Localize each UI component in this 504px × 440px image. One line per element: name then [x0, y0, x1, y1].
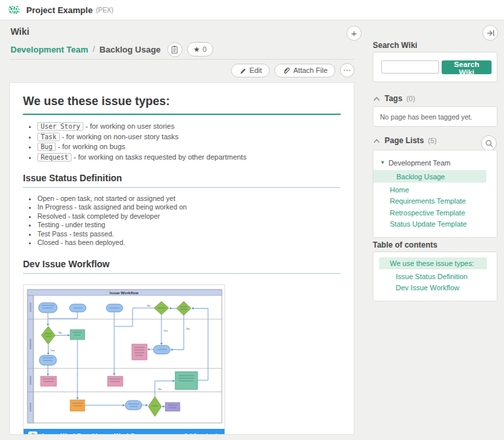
workflow-heading: Dev Issue Workflow [23, 259, 341, 274]
copy-page-button[interactable] [167, 42, 182, 57]
toc-item[interactable]: Dev Issue Workflow [373, 282, 497, 293]
collapse-sidebar-button[interactable] [482, 25, 498, 41]
page-list-item[interactable]: Requirements Template [373, 196, 497, 208]
page-lists-section-header[interactable]: Page Lists (5) [373, 136, 436, 145]
tags-panel: No page has been tagged yet. [373, 106, 497, 127]
toc-item[interactable]: Issue Status Definition [373, 271, 497, 282]
toc-item-active[interactable]: We use these issue types: [379, 257, 487, 269]
star-count: 0 [203, 45, 207, 53]
caret-down-icon: ▼ [380, 160, 385, 165]
page-lists-panel: ▼ Development Team Backlog Usage Home Re… [373, 150, 497, 238]
embed-footer-bar: C Issue Workflow / Issue Workflow 1 / 1 [24, 429, 224, 435]
page-lists-count: (5) [428, 137, 436, 144]
pencil-icon [239, 67, 246, 74]
wiki-search-input[interactable] [381, 60, 439, 74]
next-page-button[interactable] [214, 433, 220, 435]
breadcrumb-separator: / [93, 45, 94, 54]
page-lists-search-button[interactable] [481, 135, 497, 151]
list-item: Testing - under testing [37, 221, 341, 229]
workflow-diagram-embed[interactable]: Issue Workflow [23, 284, 225, 435]
star-button[interactable]: ★ 0 [187, 42, 213, 56]
page-actions: Edit Attach File ⋯ [9, 63, 354, 77]
page-list-item[interactable]: Status Update Template [373, 219, 497, 231]
attach-file-button[interactable]: Attach File [274, 64, 335, 77]
page-list-item[interactable]: Retrospective Template [373, 207, 497, 219]
toc-panel: We use these issue types: Issue Status D… [373, 252, 497, 301]
chevron-up-icon [373, 96, 381, 102]
more-actions-button[interactable]: ⋯ [340, 63, 354, 77]
tags-section-header[interactable]: Tags (0) [373, 94, 415, 103]
app-header: Project Example (PEX) [0, 0, 504, 20]
page-lists-title: Page Lists [385, 136, 424, 145]
edit-button[interactable]: Edit [231, 64, 270, 77]
ellipsis-icon: ⋯ [343, 66, 352, 75]
toc-label: Table of contents [373, 240, 437, 250]
status-list: Open - open task, not started or assigne… [23, 194, 341, 247]
star-icon: ★ [194, 46, 200, 53]
prev-page-button[interactable] [203, 433, 209, 435]
svg-text:Issue Workflow: Issue Workflow [110, 291, 138, 295]
article-title: We use these issue types: [23, 95, 341, 115]
content-divider [9, 59, 354, 60]
list-item: Test Pass - tests passed. [37, 230, 341, 238]
breadcrumb-parent-link[interactable]: Development Team [10, 45, 88, 55]
embed-title-link[interactable]: Issue Workflow / Issue Workflow [42, 433, 180, 435]
issue-type-list: User Story- for working on user stories … [23, 121, 341, 162]
chevron-up-icon [373, 138, 381, 144]
tags-empty-message: No page has been tagged yet. [380, 113, 472, 121]
breadcrumb: Development Team / Backlog Usage ★ 0 [10, 41, 213, 57]
svg-text:No: No [186, 327, 190, 330]
arrow-to-bar-icon [486, 28, 495, 38]
list-item: Request- for working on tasks requested … [37, 152, 341, 163]
wiki-article: We use these issue types: User Story- fo… [9, 82, 354, 435]
list-item: Task- for working on non-user story task… [37, 132, 341, 143]
page-list-item[interactable]: Home [373, 184, 497, 196]
project-title: Project Example [26, 5, 93, 15]
breadcrumb-current: Backlog Usage [100, 45, 161, 55]
tree-node-development-team[interactable]: ▼ Development Team [373, 157, 497, 169]
clipboard-icon [171, 45, 178, 54]
list-item: Resolved - task completed by developer [37, 212, 341, 221]
paperclip-icon [282, 66, 290, 74]
chevron-left-icon [203, 433, 209, 435]
svg-text:No: No [58, 331, 62, 334]
search-icon [485, 139, 494, 148]
wiki-section-label: Wiki [10, 26, 30, 37]
page-list-item-active[interactable]: Backlog Usage [373, 170, 486, 183]
svg-text:No: No [147, 304, 151, 307]
search-wiki-button[interactable]: Search Wiki [442, 60, 492, 74]
project-key: (PEX) [96, 7, 114, 14]
tags-title: Tags [385, 94, 402, 103]
svg-text:Yes: Yes [163, 329, 168, 332]
add-wiki-page-button[interactable]: + [346, 26, 362, 41]
search-wiki-label: Search Wiki [373, 41, 417, 50]
page-indicator: 1 / 1 [184, 433, 197, 435]
cacoo-logo: C [28, 431, 37, 435]
list-item: User Story- for working on user stories [37, 121, 341, 132]
status-heading: Issue Status Definition [23, 173, 341, 188]
workflow-diagram-image: Issue Workflow [24, 285, 224, 426]
plus-icon: + [351, 28, 357, 39]
backlog-logo[interactable] [8, 5, 21, 14]
list-item: Open - open task, not started or assigne… [37, 194, 341, 203]
tags-count: (0) [406, 95, 415, 102]
svg-text:No: No [158, 387, 162, 391]
chevron-right-icon [214, 433, 220, 435]
search-wiki-panel: Search Wiki [373, 52, 497, 82]
list-item: Closed - has been deployed. [37, 238, 341, 247]
list-item: In Progress - task assigned and being wo… [37, 203, 341, 211]
svg-text:Yes: Yes [51, 349, 55, 352]
list-item: Bug- for working on bugs [37, 142, 341, 152]
